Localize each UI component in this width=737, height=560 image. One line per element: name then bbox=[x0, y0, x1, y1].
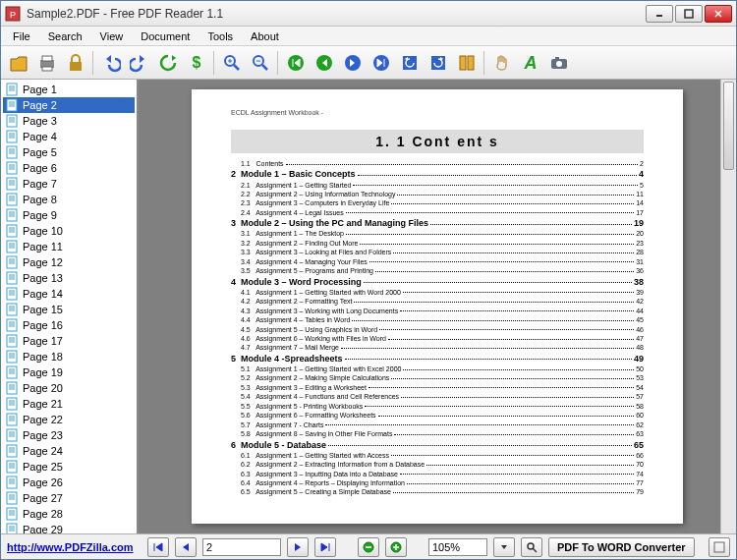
thumbnail-item[interactable]: Page 22 bbox=[3, 412, 135, 427]
thumbnail-item[interactable]: Page 11 bbox=[3, 239, 135, 254]
svg-rect-23 bbox=[431, 56, 445, 70]
toc-entry: 2.2 Assignment 2 – Using Information Tec… bbox=[231, 190, 644, 198]
toc-entry: 2.3 Assignment 3 – Computers in Everyday… bbox=[231, 198, 644, 207]
svg-line-16 bbox=[262, 65, 267, 70]
menu-search[interactable]: Search bbox=[40, 28, 90, 44]
svg-text:P: P bbox=[10, 10, 16, 20]
nav-last-icon[interactable] bbox=[368, 49, 395, 77]
svg-rect-62 bbox=[7, 209, 17, 221]
menu-file[interactable]: File bbox=[5, 28, 38, 44]
thumbnail-item[interactable]: Page 21 bbox=[3, 396, 135, 412]
thumbnails-sidebar[interactable]: Page 1Page 2Page 3Page 4Page 5Page 6Page… bbox=[1, 80, 139, 533]
hand-icon[interactable] bbox=[488, 49, 516, 77]
thumbnail-item[interactable]: Page 15 bbox=[3, 302, 135, 317]
page-icon bbox=[5, 177, 19, 191]
page-icon bbox=[5, 381, 19, 395]
thumbnail-label: Page 13 bbox=[23, 272, 63, 284]
minimize-button[interactable] bbox=[646, 5, 673, 23]
prev-page-button[interactable] bbox=[175, 537, 197, 557]
thumbnail-item[interactable]: Page 12 bbox=[3, 254, 135, 270]
zoom-out-icon[interactable] bbox=[247, 49, 274, 77]
next-page-button[interactable] bbox=[287, 537, 309, 557]
document-viewer[interactable]: ECDL Assignment Workbook - 1. 1 Cont ent… bbox=[139, 80, 736, 533]
rotate-cw-icon[interactable] bbox=[425, 49, 452, 77]
thumbnail-item[interactable]: Page 28 bbox=[3, 506, 135, 522]
nav-prev-icon[interactable] bbox=[311, 49, 338, 77]
thumbnail-item[interactable]: Page 24 bbox=[3, 443, 135, 459]
nav-next-icon[interactable] bbox=[339, 49, 367, 77]
nav-first-icon[interactable] bbox=[282, 49, 310, 77]
thumbnail-item[interactable]: Page 3 bbox=[3, 113, 135, 129]
menubar: FileSearchViewDocumentToolsAbout bbox=[1, 27, 736, 46]
thumbnail-item[interactable]: Page 19 bbox=[3, 364, 135, 380]
pdf-to-word-button[interactable]: PDF To WORD Converter bbox=[548, 537, 695, 557]
refresh-icon[interactable] bbox=[154, 49, 182, 77]
page-number-input[interactable] bbox=[202, 538, 281, 556]
menu-tools[interactable]: Tools bbox=[199, 28, 241, 44]
svg-rect-3 bbox=[685, 10, 693, 18]
fit-button[interactable] bbox=[521, 537, 542, 557]
open-icon[interactable] bbox=[5, 49, 32, 77]
thumbnail-item[interactable]: Page 1 bbox=[3, 82, 135, 97]
zoom-dropdown-button[interactable] bbox=[493, 537, 515, 557]
rotate-ccw-icon[interactable] bbox=[396, 49, 424, 77]
svg-rect-9 bbox=[70, 62, 82, 71]
redo-icon[interactable] bbox=[126, 49, 153, 77]
resize-grip[interactable] bbox=[709, 537, 730, 557]
toc-entry: 6 Module 5 - Database65 bbox=[231, 439, 644, 451]
thumbnail-item[interactable]: Page 17 bbox=[3, 333, 135, 349]
thumbnail-item[interactable]: Page 20 bbox=[3, 380, 135, 396]
undo-icon[interactable] bbox=[97, 49, 125, 77]
text-select-icon[interactable]: A bbox=[517, 49, 544, 77]
thumbnail-item[interactable]: Page 14 bbox=[3, 286, 135, 302]
layout-icon[interactable] bbox=[453, 49, 481, 77]
first-page-button[interactable] bbox=[147, 537, 169, 557]
titlebar: P Sample2.PDF - Free PDF Reader 1.1 bbox=[1, 1, 736, 27]
thumbnail-item[interactable]: Page 27 bbox=[3, 490, 135, 506]
thumbnail-item[interactable]: Page 23 bbox=[3, 427, 135, 443]
zoom-level-input[interactable] bbox=[428, 538, 487, 556]
thumbnail-item[interactable]: Page 10 bbox=[3, 223, 135, 239]
snapshot-icon[interactable] bbox=[545, 49, 573, 77]
zoom-in-button[interactable] bbox=[385, 537, 407, 557]
thumbnail-item[interactable]: Page 18 bbox=[3, 349, 135, 364]
svg-rect-110 bbox=[7, 398, 17, 410]
toc-entry: 6.3 Assignment 3 – Inputting Data into a… bbox=[231, 470, 644, 478]
svg-rect-25 bbox=[468, 56, 474, 70]
thumbnail-item[interactable]: Page 6 bbox=[3, 160, 135, 176]
vertical-scrollbar[interactable] bbox=[720, 80, 736, 533]
thumbnail-item[interactable]: Page 25 bbox=[3, 459, 135, 475]
thumbnail-item[interactable]: Page 29 bbox=[3, 522, 135, 533]
svg-rect-22 bbox=[403, 56, 417, 70]
lock-icon[interactable] bbox=[62, 49, 89, 77]
vendor-link[interactable]: http://www.PDFZilla.com bbox=[7, 541, 134, 553]
svg-rect-29 bbox=[555, 57, 559, 60]
thumbnail-item[interactable]: Page 8 bbox=[3, 192, 135, 207]
zoom-in-icon[interactable] bbox=[218, 49, 246, 77]
menu-about[interactable]: About bbox=[243, 28, 287, 44]
money-icon[interactable]: $ bbox=[183, 49, 210, 77]
thumbnail-item[interactable]: Page 13 bbox=[3, 270, 135, 286]
thumbnail-item[interactable]: Page 4 bbox=[3, 129, 135, 144]
toc-entry: 5 Module 4 -Spreadsheets49 bbox=[231, 353, 644, 364]
thumbnail-item[interactable]: Page 16 bbox=[3, 317, 135, 333]
last-page-button[interactable] bbox=[314, 537, 336, 557]
page-icon bbox=[5, 161, 19, 175]
close-button[interactable] bbox=[705, 5, 732, 23]
print-icon[interactable] bbox=[33, 49, 61, 77]
thumbnail-item[interactable]: Page 26 bbox=[3, 475, 135, 490]
scrollbar-thumb[interactable] bbox=[723, 82, 734, 170]
thumbnail-item[interactable]: Page 2 bbox=[3, 97, 135, 113]
svg-rect-7 bbox=[42, 56, 52, 61]
thumbnail-item[interactable]: Page 5 bbox=[3, 144, 135, 160]
maximize-button[interactable] bbox=[675, 5, 703, 23]
thumbnail-item[interactable]: Page 7 bbox=[3, 176, 135, 192]
menu-view[interactable]: View bbox=[92, 28, 132, 44]
toc-entry: 4.2 Assignment 2 – Formatting Text42 bbox=[231, 297, 644, 306]
zoom-out-button[interactable] bbox=[358, 537, 379, 557]
menu-document[interactable]: Document bbox=[133, 28, 198, 44]
toc-entry: 1.1 Contents2 bbox=[231, 159, 644, 168]
thumbnail-item[interactable]: Page 9 bbox=[3, 207, 135, 223]
svg-rect-42 bbox=[7, 131, 17, 142]
page-canvas: ECDL Assignment Workbook - 1. 1 Cont ent… bbox=[192, 89, 683, 524]
